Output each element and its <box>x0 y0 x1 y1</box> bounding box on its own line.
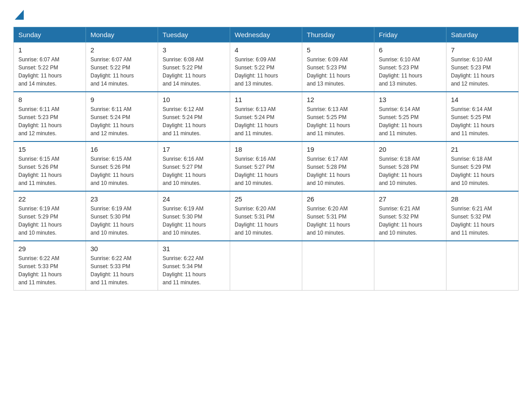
calendar-day-cell: 18 Sunrise: 6:16 AMSunset: 5:27 PMDaylig… <box>230 141 302 191</box>
calendar-day-cell: 4 Sunrise: 6:09 AMSunset: 5:22 PMDayligh… <box>230 43 302 92</box>
day-info: Sunrise: 6:10 AMSunset: 5:23 PMDaylight:… <box>379 56 442 88</box>
day-number: 16 <box>90 146 153 153</box>
calendar-day-cell: 29 Sunrise: 6:22 AMSunset: 5:33 PMDaylig… <box>14 241 86 291</box>
weekday-header-wednesday: Wednesday <box>230 27 302 43</box>
calendar-day-cell: 13 Sunrise: 6:14 AMSunset: 5:25 PMDaylig… <box>374 92 446 141</box>
calendar-day-cell: 16 Sunrise: 6:15 AMSunset: 5:26 PMDaylig… <box>86 141 158 191</box>
calendar-day-cell: 7 Sunrise: 6:10 AMSunset: 5:23 PMDayligh… <box>446 43 519 92</box>
day-number: 10 <box>163 96 225 103</box>
day-number: 3 <box>163 46 225 54</box>
calendar-table: SundayMondayTuesdayWednesdayThursdayFrid… <box>13 27 519 291</box>
day-number: 25 <box>235 195 297 203</box>
day-info: Sunrise: 6:16 AMSunset: 5:27 PMDaylight:… <box>235 155 297 187</box>
day-number: 29 <box>18 245 81 253</box>
day-number: 22 <box>18 195 81 203</box>
svg-marker-0 <box>15 10 24 20</box>
day-info: Sunrise: 6:14 AMSunset: 5:25 PMDaylight:… <box>379 105 442 137</box>
logo-triangle-icon <box>15 10 24 20</box>
day-info: Sunrise: 6:21 AMSunset: 5:32 PMDaylight:… <box>451 205 514 237</box>
calendar-week-row: 22 Sunrise: 6:19 AMSunset: 5:29 PMDaylig… <box>14 191 519 241</box>
calendar-day-cell: 14 Sunrise: 6:14 AMSunset: 5:25 PMDaylig… <box>446 92 519 141</box>
day-info: Sunrise: 6:19 AMSunset: 5:30 PMDaylight:… <box>90 205 153 237</box>
weekday-header-tuesday: Tuesday <box>158 27 230 43</box>
calendar-week-row: 15 Sunrise: 6:15 AMSunset: 5:26 PMDaylig… <box>14 141 519 191</box>
day-number: 23 <box>90 195 153 203</box>
day-info: Sunrise: 6:19 AMSunset: 5:30 PMDaylight:… <box>163 205 225 237</box>
calendar-day-cell: 10 Sunrise: 6:12 AMSunset: 5:24 PMDaylig… <box>158 92 230 141</box>
calendar-day-cell: 22 Sunrise: 6:19 AMSunset: 5:29 PMDaylig… <box>14 191 86 241</box>
calendar-day-cell: 25 Sunrise: 6:20 AMSunset: 5:31 PMDaylig… <box>230 191 302 241</box>
day-number: 21 <box>451 146 514 153</box>
weekday-header-monday: Monday <box>86 27 158 43</box>
calendar-day-cell <box>230 241 302 291</box>
day-info: Sunrise: 6:18 AMSunset: 5:28 PMDaylight:… <box>379 155 442 187</box>
day-number: 18 <box>235 146 297 153</box>
day-number: 11 <box>235 96 297 103</box>
day-info: Sunrise: 6:16 AMSunset: 5:27 PMDaylight:… <box>163 155 225 187</box>
weekday-header-row: SundayMondayTuesdayWednesdayThursdayFrid… <box>14 27 519 43</box>
calendar-day-cell: 15 Sunrise: 6:15 AMSunset: 5:26 PMDaylig… <box>14 141 86 191</box>
day-number: 26 <box>307 195 369 203</box>
day-info: Sunrise: 6:09 AMSunset: 5:22 PMDaylight:… <box>235 56 297 88</box>
day-number: 8 <box>18 96 81 103</box>
calendar-day-cell: 9 Sunrise: 6:11 AMSunset: 5:24 PMDayligh… <box>86 92 158 141</box>
day-info: Sunrise: 6:13 AMSunset: 5:25 PMDaylight:… <box>307 105 369 137</box>
calendar-day-cell: 27 Sunrise: 6:21 AMSunset: 5:32 PMDaylig… <box>374 191 446 241</box>
day-info: Sunrise: 6:13 AMSunset: 5:24 PMDaylight:… <box>235 105 297 137</box>
day-info: Sunrise: 6:17 AMSunset: 5:28 PMDaylight:… <box>307 155 369 187</box>
day-number: 30 <box>90 245 153 253</box>
day-info: Sunrise: 6:22 AMSunset: 5:34 PMDaylight:… <box>163 254 225 287</box>
day-number: 7 <box>451 46 514 54</box>
day-number: 12 <box>307 96 369 103</box>
logo <box>13 11 24 20</box>
calendar-day-cell: 1 Sunrise: 6:07 AMSunset: 5:22 PMDayligh… <box>14 43 86 92</box>
day-info: Sunrise: 6:11 AMSunset: 5:23 PMDaylight:… <box>18 105 81 137</box>
day-info: Sunrise: 6:10 AMSunset: 5:23 PMDaylight:… <box>451 56 514 88</box>
day-info: Sunrise: 6:20 AMSunset: 5:31 PMDaylight:… <box>235 205 297 237</box>
weekday-header-sunday: Sunday <box>14 27 86 43</box>
calendar-day-cell: 5 Sunrise: 6:09 AMSunset: 5:23 PMDayligh… <box>302 43 374 92</box>
day-info: Sunrise: 6:07 AMSunset: 5:22 PMDaylight:… <box>18 56 81 88</box>
calendar-day-cell: 19 Sunrise: 6:17 AMSunset: 5:28 PMDaylig… <box>302 141 374 191</box>
calendar-day-cell <box>446 241 519 291</box>
day-number: 19 <box>307 146 369 153</box>
day-number: 13 <box>379 96 442 103</box>
day-info: Sunrise: 6:19 AMSunset: 5:29 PMDaylight:… <box>18 205 81 237</box>
weekday-header-saturday: Saturday <box>446 27 519 43</box>
calendar-day-cell: 30 Sunrise: 6:22 AMSunset: 5:33 PMDaylig… <box>86 241 158 291</box>
day-number: 9 <box>90 96 153 103</box>
calendar-day-cell <box>302 241 374 291</box>
day-number: 5 <box>307 46 369 54</box>
day-number: 2 <box>90 46 153 54</box>
calendar-day-cell: 20 Sunrise: 6:18 AMSunset: 5:28 PMDaylig… <box>374 141 446 191</box>
calendar-day-cell: 24 Sunrise: 6:19 AMSunset: 5:30 PMDaylig… <box>158 191 230 241</box>
day-number: 15 <box>18 146 81 153</box>
calendar-day-cell: 2 Sunrise: 6:07 AMSunset: 5:22 PMDayligh… <box>86 43 158 92</box>
day-info: Sunrise: 6:15 AMSunset: 5:26 PMDaylight:… <box>18 155 81 187</box>
calendar-day-cell: 28 Sunrise: 6:21 AMSunset: 5:32 PMDaylig… <box>446 191 519 241</box>
day-info: Sunrise: 6:12 AMSunset: 5:24 PMDaylight:… <box>163 105 225 137</box>
day-info: Sunrise: 6:20 AMSunset: 5:31 PMDaylight:… <box>307 205 369 237</box>
calendar-day-cell: 17 Sunrise: 6:16 AMSunset: 5:27 PMDaylig… <box>158 141 230 191</box>
day-info: Sunrise: 6:21 AMSunset: 5:32 PMDaylight:… <box>379 205 442 237</box>
calendar-day-cell: 26 Sunrise: 6:20 AMSunset: 5:31 PMDaylig… <box>302 191 374 241</box>
calendar-day-cell: 6 Sunrise: 6:10 AMSunset: 5:23 PMDayligh… <box>374 43 446 92</box>
day-number: 14 <box>451 96 514 103</box>
day-number: 28 <box>451 195 514 203</box>
calendar-day-cell: 3 Sunrise: 6:08 AMSunset: 5:22 PMDayligh… <box>158 43 230 92</box>
calendar-week-row: 1 Sunrise: 6:07 AMSunset: 5:22 PMDayligh… <box>14 43 519 92</box>
weekday-header-friday: Friday <box>374 27 446 43</box>
day-number: 4 <box>235 46 297 54</box>
day-info: Sunrise: 6:11 AMSunset: 5:24 PMDaylight:… <box>90 105 153 137</box>
day-info: Sunrise: 6:14 AMSunset: 5:25 PMDaylight:… <box>451 105 514 137</box>
day-number: 20 <box>379 146 442 153</box>
calendar-day-cell: 23 Sunrise: 6:19 AMSunset: 5:30 PMDaylig… <box>86 191 158 241</box>
weekday-header-thursday: Thursday <box>302 27 374 43</box>
day-number: 24 <box>163 195 225 203</box>
day-info: Sunrise: 6:09 AMSunset: 5:23 PMDaylight:… <box>307 56 369 88</box>
calendar-week-row: 8 Sunrise: 6:11 AMSunset: 5:23 PMDayligh… <box>14 92 519 141</box>
day-info: Sunrise: 6:18 AMSunset: 5:29 PMDaylight:… <box>451 155 514 187</box>
day-number: 17 <box>163 146 225 153</box>
day-number: 27 <box>379 195 442 203</box>
calendar-day-cell: 21 Sunrise: 6:18 AMSunset: 5:29 PMDaylig… <box>446 141 519 191</box>
